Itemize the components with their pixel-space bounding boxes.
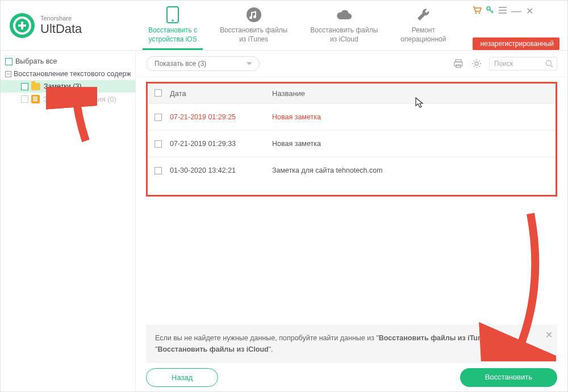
table-row[interactable]: 07-21-2019 01:29:25 Новая заметка: [148, 103, 556, 130]
recover-button[interactable]: Восстановить: [460, 368, 557, 387]
folder-icon: [31, 83, 40, 90]
tab-label: Восстановить с устройства iOS: [148, 26, 197, 44]
cell-title: Новая заметка: [272, 113, 549, 121]
search-icon: [545, 60, 553, 68]
tab-recover-itunes[interactable]: Восстановить файлы из iTunes: [208, 1, 299, 50]
badge-unregistered: незарегистрированный: [473, 37, 559, 50]
close-icon[interactable]: ✕: [545, 328, 553, 343]
cart-icon[interactable]: [473, 6, 482, 16]
sidebar-label: Заметки Вложения (0): [43, 95, 116, 103]
tab-recover-icloud[interactable]: Восстановить файлы из iCloud: [299, 1, 389, 50]
sidebar: Выбрать все − Восстановление текстового …: [1, 51, 136, 391]
filter-dropdown[interactable]: Показать все (3): [146, 56, 260, 71]
sidebar-item-notes[interactable]: Заметки (3): [1, 80, 135, 93]
svg-point-9: [475, 62, 478, 65]
cloud-icon: [336, 7, 352, 23]
checkbox[interactable]: [154, 114, 162, 121]
search-placeholder: Поиск: [494, 60, 513, 68]
cursor-icon: [415, 97, 424, 109]
tab-label: Восстановить файлы из iTunes: [220, 26, 287, 44]
dropdown-label: Показать все (3): [154, 60, 206, 68]
brand-product: UltData: [40, 22, 82, 36]
menu-icon[interactable]: [499, 7, 507, 15]
hint-banner: ✕ Если вы не найдете нужные данные, попр…: [146, 324, 557, 363]
sidebar-select-all[interactable]: Выбрать все: [1, 55, 135, 68]
checkbox[interactable]: [21, 95, 28, 103]
search-input[interactable]: Поиск: [489, 57, 557, 70]
checkbox[interactable]: [5, 58, 12, 65]
cell-title: Заметка для сайта tehnotech.com: [272, 166, 549, 174]
back-button[interactable]: Назад: [146, 368, 218, 387]
cell-date: 07-21-2019 01:29:25: [170, 113, 272, 121]
attachment-icon: [31, 95, 40, 103]
col-header-title[interactable]: Название: [272, 89, 549, 98]
key-icon[interactable]: [486, 6, 494, 16]
hint-link-itunes[interactable]: Восстановить файлы из iTunes: [379, 334, 490, 342]
svg-point-4: [478, 12, 479, 14]
gear-icon[interactable]: [471, 58, 482, 69]
svg-point-3: [475, 12, 476, 14]
svg-point-10: [546, 61, 552, 66]
table-header: Дата Название: [148, 84, 556, 103]
sidebar-group-text[interactable]: − Восстановление текстового содержимо: [1, 68, 135, 80]
checkbox[interactable]: [154, 167, 162, 174]
results-table: Дата Название 07-21-2019 01:29:25 Новая …: [146, 82, 557, 197]
checkbox[interactable]: [154, 140, 162, 148]
sidebar-label: Заметки (3): [44, 82, 82, 90]
cell-date: 07-21-2019 01:29:33: [170, 140, 272, 148]
print-icon[interactable]: [453, 58, 464, 69]
wrench-icon: [415, 7, 431, 23]
svg-point-2: [247, 7, 261, 22]
cell-date: 01-30-2020 13:42:21: [170, 166, 272, 174]
hint-text: Если вы не найдете нужные данные, попроб…: [155, 334, 379, 342]
tab-label: Ремонт операционной: [400, 26, 446, 44]
cell-title: Новая заметка: [272, 140, 549, 148]
col-header-date[interactable]: Дата: [170, 89, 272, 98]
tab-repair-os[interactable]: Ремонт операционной: [389, 1, 457, 50]
hint-text: ".: [269, 345, 273, 353]
sidebar-label: Восстановление текстового содержимо: [14, 70, 131, 78]
app-logo: Tenorshare UltData: [1, 13, 137, 38]
checkbox-all[interactable]: [154, 89, 162, 97]
hint-link-icloud[interactable]: Восстановить файлы из iCloud: [157, 345, 268, 353]
tab-label: Восстановить файлы из iCloud: [310, 26, 378, 44]
logo-icon: [10, 13, 35, 38]
brand-company: Tenorshare: [40, 15, 82, 22]
tab-recover-ios[interactable]: Восстановить с устройства iOS: [137, 1, 208, 50]
sidebar-item-attachments[interactable]: Заметки Вложения (0): [1, 93, 135, 106]
table-row[interactable]: 07-21-2019 01:29:33 Новая заметка: [148, 130, 556, 157]
expander-icon[interactable]: −: [5, 71, 11, 77]
phone-icon: [165, 7, 181, 23]
sidebar-label: Выбрать все: [15, 57, 57, 65]
close-icon[interactable]: ✕: [526, 6, 533, 16]
checkbox[interactable]: [21, 83, 28, 90]
table-row[interactable]: 01-30-2020 13:42:21 Заметка для сайта te…: [148, 157, 556, 184]
music-icon: [246, 7, 262, 23]
svg-point-1: [172, 19, 174, 22]
minimize-icon[interactable]: —: [511, 5, 521, 17]
svg-rect-7: [454, 62, 462, 66]
